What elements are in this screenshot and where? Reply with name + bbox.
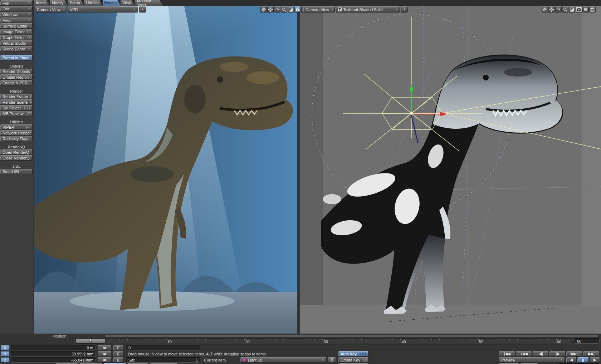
current-frame-field[interactable]: 0 [126,345,200,350]
enable-viper-button[interactable]: Enable VIPER [0,80,33,85]
sel-object-button[interactable]: Sel ObjectF11 [0,105,33,110]
tab-view[interactable]: View [121,0,135,6]
limited-region-button[interactable]: Limited Regionl [0,74,33,80]
prev-frame-button[interactable]: ◀|| [533,351,549,356]
auto-key-button[interactable]: Auto Key+F1 [338,351,368,356]
frame-slider-handle[interactable]: ▲0 [75,339,106,344]
create-key-button[interactable]: Create Keyret [338,357,368,363]
zoom-tool-icon[interactable] [281,6,287,13]
orbit-tool-icon[interactable] [274,6,280,13]
play-forward-button[interactable]: ▶ [590,357,600,363]
menu-help[interactable]: Help▼ [0,18,33,23]
ruler-label: 60 [557,340,561,344]
position-panel-title: Position [39,334,79,338]
tab-items[interactable]: Items [34,0,50,6]
camera-view-icon[interactable] [576,6,582,13]
viewport-left-vpr[interactable]: Camera View▼ VPR▼ ▼ [34,6,297,334]
x-stepper[interactable]: ◀▶ [98,345,112,350]
network-render-button[interactable]: Network Render [0,130,33,136]
z-axis-button[interactable]: Z [1,357,10,363]
render-globals-button[interactable]: Render Globals [0,69,33,74]
chevron-down-icon: ▼ [25,47,30,50]
bottom-panel: Position 0 10 20 30 40 50 60 ▲0 60 X 0 m… [0,334,601,364]
smart-ibl-button[interactable]: Smart IBL [0,169,33,174]
pause-button[interactable]: || [577,357,589,363]
parent-in-place-button[interactable]: Parent in Place [0,55,33,60]
radiosity-flags-button[interactable]: Radiosity Flags [0,136,33,141]
orbit-tool-icon[interactable] [555,6,562,13]
next-key-button[interactable]: ▶▶+ [566,351,582,356]
viper-button[interactable]: VIPERF7 [0,124,33,130]
minmax-viewport-icon[interactable] [288,6,294,13]
ruler-label: 40 [401,340,406,344]
y-value-field[interactable]: 39.9992 mm [11,351,96,356]
menu-edit[interactable]: Edit▼ [0,6,33,11]
ruler-label: 30 [324,340,328,344]
ruler-label: 50 [479,340,483,344]
render-mode-dropdown[interactable]: T Textured Shaded Solid▼ [336,6,400,13]
tab-modify[interactable]: Modify [50,0,68,6]
viewport-right-shaded[interactable]: Camera View▼ T Textured Shaded Solid▼ ▼ [300,6,601,334]
view-type-dropdown[interactable]: Camera View▼ [35,6,67,13]
minmax-viewport-icon[interactable] [569,6,575,13]
next-frame-button[interactable]: ||▶ [549,351,566,356]
graph-editor-button[interactable]: Graph Editor^F2 [0,35,33,40]
mb-preview-button[interactable]: MB Preview+F9 [0,111,33,116]
texture-mode-icon: T [338,8,342,11]
chevron-down-icon: ▼ [25,13,30,16]
scene-editor-button[interactable]: Scene Editor▼ [0,46,33,51]
chevron-down-icon: ▼ [25,19,30,22]
z-envelope-button[interactable]: E [113,357,123,363]
end-frame-field[interactable]: 60 [575,338,600,344]
x-envelope-button[interactable]: E [113,345,123,350]
close-renderq-button[interactable]: Close RenderQ [0,155,33,161]
z-value-field[interactable]: -65.0419mm [11,357,96,363]
pan-tool-icon[interactable] [260,6,267,13]
surface-editor-button[interactable]: Surface EditorF5 [0,23,33,29]
z-stepper[interactable]: ◀▶ [98,357,112,363]
rotate-tool-icon[interactable] [267,6,274,13]
chevron-down-icon: ▼ [141,8,144,11]
x-axis-button[interactable]: X [1,345,10,350]
tab-render[interactable]: Render [103,0,121,6]
zoom-tool-icon[interactable] [562,6,568,13]
section-utilities: Utilities [0,120,33,124]
menu-windows[interactable]: Windows▼ [0,12,33,17]
render-scene-button[interactable]: Render SceneF10 [0,99,33,105]
timeline-pan-scrollbar[interactable] [104,335,599,337]
save-layout-icon[interactable] [589,6,596,13]
prev-key-button[interactable]: +◀◀ [516,351,532,356]
camera-view-icon[interactable] [294,6,301,13]
menu-file[interactable]: File▼ [0,0,33,6]
go-end-button[interactable]: ▶▶| [583,351,599,356]
render-frame-button[interactable]: Render FrameF9 [0,94,33,99]
chevron-down-icon: ▼ [131,8,136,11]
item-picker-button[interactable] [328,357,336,363]
status-info-text: Drag mouse in view to move selected item… [128,352,267,356]
x-value-field[interactable]: 0 m [11,345,96,350]
section-render: Render [0,89,33,94]
tab-setup[interactable]: Setup [68,0,84,6]
preview-dropdown[interactable]: Preview▼ [499,357,565,363]
play-reverse-button[interactable]: ◀ [566,357,576,363]
render-mode-dropdown[interactable]: VPR▼ [68,6,138,13]
timeline-ruler[interactable]: 0 10 20 30 40 50 60 ▲0 [72,338,572,344]
y-axis-button[interactable]: Y [1,351,10,356]
y-stepper[interactable]: ◀▶ [98,351,112,356]
viewport-options-dropdown[interactable]: ▼ [139,6,146,13]
tab-utilities[interactable]: Utilities [84,0,103,6]
open-renderq-button[interactable]: Open RenderQ [0,149,33,155]
rotate-tool-icon[interactable] [548,6,555,13]
y-envelope-button[interactable]: E [113,351,123,356]
current-item-dropdown[interactable]: Light (3) ▼ [240,357,326,363]
chevron-down-icon: ▼ [403,8,406,11]
viewport-list-icon[interactable] [582,6,589,13]
view-type-dropdown[interactable]: Camera View▼ [303,6,335,13]
virtual-studio-button[interactable]: Virtual Studio [0,40,33,46]
image-editor-button[interactable]: Image EditorF6 [0,29,33,34]
section-sibl: sIBL [0,164,33,169]
viewport-options-dropdown[interactable]: ▼ [401,6,408,13]
go-start-button[interactable]: |◀◀ [499,351,515,356]
tab-modeler-tools[interactable]: Modeler Tools [135,0,163,6]
pan-tool-icon[interactable] [542,6,548,13]
